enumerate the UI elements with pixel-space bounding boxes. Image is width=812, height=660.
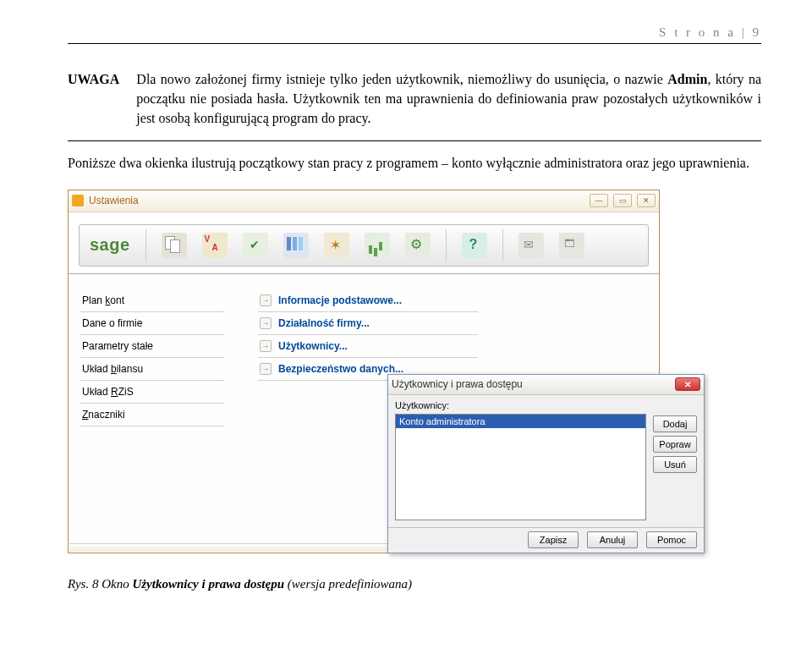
note-admin: Admin	[667, 72, 707, 86]
nav-uklad-bilansu[interactable]: Układ bilansu	[80, 358, 224, 381]
header-rule	[68, 43, 761, 44]
nav-text: Układ	[82, 386, 111, 398]
logo: sage	[90, 235, 130, 255]
arrow-icon: →	[260, 340, 272, 352]
sidebar-column-1: Plan kont Dane o firmie Parametry stałe …	[80, 289, 224, 426]
figure-caption: Rys. 8 Okno Użytkownicy i prawa dostępu …	[68, 577, 761, 591]
list-item-selected[interactable]: Konto administratora	[396, 415, 645, 428]
note-text: Dla nowo założonej firmy istnieje tylko …	[136, 69, 761, 129]
nav-text: naczniki	[88, 409, 124, 421]
edit-button[interactable]: Popraw	[653, 436, 697, 453]
nav-hotkey: R	[111, 386, 118, 398]
figure-area: Ustawienia — ▭ ✕ sage	[68, 190, 761, 562]
check-icon[interactable]	[243, 233, 268, 258]
settings-titlebar[interactable]: Ustawienia — ▭ ✕	[69, 190, 659, 212]
add-button[interactable]: Dodaj	[653, 415, 697, 432]
caption-post: (wersja predefiniowana)	[284, 577, 412, 591]
nav-text: ilansu	[117, 363, 143, 375]
arrow-icon: →	[260, 294, 272, 306]
nav-informacje-podstawowe[interactable]: → Informacje podstawowe...	[258, 289, 478, 312]
save-button[interactable]: Zapisz	[528, 531, 579, 548]
nav-text: ont	[110, 294, 124, 306]
documents-icon[interactable]	[162, 233, 187, 258]
nav-dane-o-firmie[interactable]: Dane o firmie	[80, 312, 224, 335]
note-pre: Dla nowo założonej firmy istnieje tylko …	[136, 72, 667, 86]
nav-text: ZiS	[118, 386, 134, 398]
note-rule	[68, 140, 761, 141]
mail-icon[interactable]	[518, 233, 544, 258]
maximize-button[interactable]: ▭	[613, 194, 632, 207]
users-list-label: Użytkownicy:	[395, 400, 646, 410]
arrow-icon: →	[260, 363, 272, 375]
nav-label: Informacje podstawowe...	[278, 294, 402, 306]
tools-icon[interactable]	[324, 233, 349, 258]
minimize-button[interactable]: —	[590, 194, 608, 207]
cancel-button[interactable]: Anuluj	[587, 531, 638, 548]
page-number: S t r o n a | 9	[68, 25, 761, 40]
toolbar: sage	[69, 212, 659, 274]
toolbar-separator	[145, 229, 146, 261]
nav-text: Układ	[82, 363, 111, 375]
nav-parametry-stale[interactable]: Parametry stałe	[80, 335, 224, 358]
registers-icon[interactable]	[283, 233, 309, 258]
toolbar-separator	[502, 229, 503, 261]
caption-bold: Użytkownicy i prawa dostępu	[132, 577, 284, 591]
nav-label: Bezpieczeństwo danych...	[278, 363, 403, 375]
caption-pre: Rys. 8 Okno	[68, 577, 132, 591]
nav-znaczniki[interactable]: Znaczniki	[80, 404, 224, 426]
reports-icon[interactable]	[365, 233, 390, 258]
nav-label: Użytkownicy...	[278, 340, 348, 352]
nav-dzialalnosc-firmy[interactable]: → Działalność firmy...	[258, 312, 478, 335]
users-titlebar[interactable]: Użytkownicy i prawa dostępu ✕	[388, 375, 704, 395]
nav-text: Plan	[82, 294, 105, 306]
nav-uzytkownicy[interactable]: → Użytkownicy...	[258, 335, 478, 358]
help-icon[interactable]	[462, 233, 487, 258]
nav-label: Działalność firmy...	[278, 317, 370, 329]
close-icon[interactable]: ✕	[675, 377, 700, 391]
help-button[interactable]: Pomoc	[646, 531, 697, 548]
body-paragraph: Poniższe dwa okienka ilustrują początkow…	[68, 153, 761, 173]
vat-icon[interactable]	[202, 233, 228, 258]
system-icon[interactable]	[559, 233, 584, 258]
nav-hotkey: b	[111, 363, 117, 375]
nav-plan-kont[interactable]: Plan kont	[80, 289, 224, 312]
users-listbox[interactable]: Konto administratora	[395, 414, 646, 520]
note-label: UWAGA	[68, 69, 119, 129]
arrow-icon: →	[260, 317, 272, 329]
users-title: Użytkownicy i prawa dostępu	[392, 378, 670, 390]
nav-uklad-rzis[interactable]: Układ RZiS	[80, 381, 224, 404]
app-icon	[72, 195, 84, 206]
toolbar-separator	[446, 229, 447, 261]
close-button[interactable]: ✕	[637, 194, 656, 207]
delete-button[interactable]: Usuń	[653, 456, 697, 473]
settings-title: Ustawienia	[89, 195, 584, 206]
users-dialog: Użytkownicy i prawa dostępu ✕ Użytkownic…	[387, 374, 705, 553]
settings-icon[interactable]	[405, 233, 431, 258]
